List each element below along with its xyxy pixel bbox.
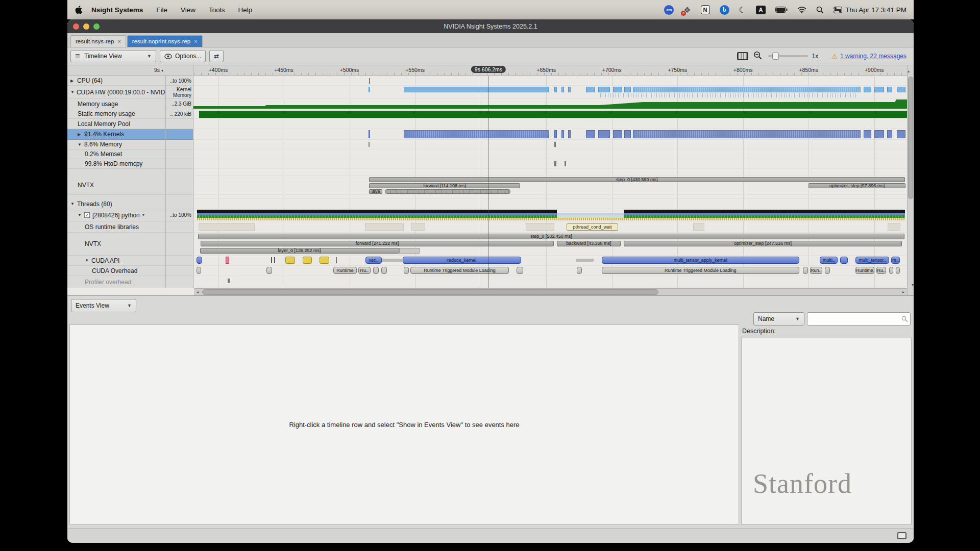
events-empty-area[interactable]: Right-click a timeline row and select "S… <box>69 324 739 524</box>
swap-rows-button[interactable]: ⇄ <box>209 50 224 62</box>
zoom-slider[interactable] <box>768 55 808 57</box>
row-checkbox[interactable]: ✓ <box>84 212 90 218</box>
battery-icon[interactable] <box>775 7 788 13</box>
row-label-threads[interactable]: ▼Threads (80) <box>67 199 166 209</box>
row-track-spacer2[interactable] <box>193 195 907 199</box>
timeline-bar[interactable]: optimizer_step [247.516 ms] <box>624 241 902 246</box>
timeline-bar[interactable]: optimizer_step [97.896 ms] <box>808 183 905 188</box>
dark-mode-moon-icon[interactable]: ☾ <box>739 5 746 15</box>
row-label-htod-memcpy[interactable]: 99.8% HtoD memcpy <box>67 159 166 169</box>
row-label-os-runtime[interactable]: OS runtime libraries <box>67 221 166 233</box>
apple-menu-icon[interactable] <box>75 6 82 14</box>
zoom-slider-thumb[interactable] <box>772 53 779 60</box>
timeline-bar[interactable]: step_0 [532.450 ms] <box>198 234 904 239</box>
timeline-bar[interactable]: Ru.. <box>876 267 887 274</box>
row-label-cuda-hw[interactable]: ▼CUDA HW (0000:19:00.0 - NVIDI <box>67 86 166 99</box>
minimap-icon[interactable] <box>737 52 748 60</box>
display-icon[interactable] <box>897 532 906 539</box>
timeline-bar[interactable]: multi_tensor.. <box>855 257 889 264</box>
expander-icon[interactable]: ▼ <box>85 258 89 263</box>
control-center-icon[interactable] <box>834 7 842 13</box>
row-track-cpu[interactable] <box>193 76 907 86</box>
row-track-profiler-overhead[interactable] <box>193 276 907 288</box>
ruler-track[interactable]: +400ms+450ms+500ms+550ms+650ms+700ms+750… <box>194 65 907 75</box>
row-track-spacer1[interactable] <box>193 169 907 176</box>
menu-app-name[interactable]: Nsight Systems <box>91 6 143 14</box>
menu-view[interactable]: View <box>181 6 195 14</box>
scroll-down-arrow[interactable]: ▾ <box>910 282 914 288</box>
tab-close-icon[interactable]: × <box>117 38 120 44</box>
timeline-bar[interactable]: step_0 [430.550 ms] <box>369 177 905 182</box>
tab-result-noprint[interactable]: result-noprint.nsys-rep × <box>127 35 203 47</box>
row-track-local-memory-pool[interactable] <box>193 119 907 129</box>
expander-icon[interactable]: ▶ <box>78 132 82 137</box>
timeline-bar[interactable]: laye <box>369 189 383 194</box>
row-track-memory-usage[interactable] <box>193 99 907 109</box>
row-label-cpu[interactable]: ▶CPU (64) <box>67 76 166 86</box>
zoom-app-icon[interactable]: zm <box>664 5 674 15</box>
row-label-local-memory-pool[interactable]: Local Memory Pool <box>67 119 166 129</box>
events-search-input[interactable] <box>807 315 901 322</box>
row-track-memset[interactable] <box>193 149 907 159</box>
beats-icon[interactable]: b <box>720 5 729 15</box>
row-label-nvtx-gpu[interactable]: NVTX <box>67 176 166 195</box>
timeline-bar[interactable]: backward [43.358 ms] <box>557 241 621 246</box>
row-track-os-runtime[interactable]: pthread_cond_wait <box>193 221 907 233</box>
tab-close-icon[interactable]: × <box>194 38 197 44</box>
messages-link[interactable]: 1 warning, 22 messages <box>840 53 906 60</box>
wifi-icon[interactable] <box>797 7 806 13</box>
input-source-icon[interactable]: A <box>756 6 766 14</box>
spotlight-icon[interactable] <box>816 6 824 14</box>
scroll-left-arrow[interactable]: ◂ <box>194 289 201 295</box>
notion-icon[interactable]: N <box>701 5 710 14</box>
expander-icon[interactable]: ▼ <box>78 142 82 147</box>
row-label-profiler-overhead[interactable]: Profiler overhead <box>67 276 166 288</box>
view-selector-dropdown[interactable]: ☰ Timeline View ▼ <box>70 50 156 62</box>
tab-result[interactable]: result.nsys-rep × <box>70 35 126 47</box>
row-label-memset[interactable]: 0.2% Memset <box>67 149 166 159</box>
timeline-bar[interactable]: m.. <box>891 257 900 264</box>
row-track-static-memory-usage[interactable] <box>193 109 907 119</box>
timeline-bar[interactable]: multi_tensor_apply_kernel <box>602 257 799 264</box>
row-track-cuda-api[interactable]: vec..reduce_kernelmulti_tensor_apply_ker… <box>193 256 907 266</box>
events-view-selector[interactable]: Events View ▼ <box>71 299 136 312</box>
timeline-bar[interactable]: Runtime <box>333 267 357 274</box>
horizontal-scrollbar[interactable]: ◂ ▸ <box>194 288 907 295</box>
row-label-cuda-api[interactable]: ▼CUDA API <box>67 256 166 266</box>
row-track-htod-memcpy[interactable] <box>193 159 907 169</box>
timeline-bar[interactable]: layer_0 [136.252 ms] <box>200 248 399 254</box>
row-track-cuda-overhead[interactable]: RuntimeRu..Runtime Triggered Module Load… <box>193 266 907 276</box>
timeline-bar[interactable]: Ru.. <box>358 267 371 274</box>
horizontal-scroll-thumb[interactable] <box>202 289 658 295</box>
row-label-python-thread[interactable]: ▼✓[2808426] python▾ <box>67 209 166 221</box>
row-track-memory-pct[interactable] <box>193 140 907 149</box>
zoom-out-icon[interactable] <box>753 51 762 61</box>
row-label-nvtx-thread[interactable]: NVTX <box>67 233 166 256</box>
expander-icon[interactable]: ▼ <box>70 90 75 94</box>
row-label-kernels[interactable]: ▶91.4% Kernels <box>67 129 166 140</box>
timeline-bar[interactable]: Run.. <box>810 267 822 274</box>
ruler-origin-label[interactable]: 9s ▾ <box>154 67 163 73</box>
row-track-python-thread[interactable] <box>193 209 907 221</box>
timeline-bar[interactable]: forward [114.108 ms] <box>369 183 520 188</box>
menubar-clock[interactable]: Thu Apr 17 3:41 PM <box>845 6 906 14</box>
expander-icon[interactable]: ▶ <box>70 79 75 83</box>
row-track-nvtx-gpu[interactable]: step_0 [430.550 ms]forward [114.108 ms]o… <box>193 176 907 195</box>
vertical-scrollbar[interactable]: ▴ ▾ <box>907 65 914 295</box>
scroll-up-arrow[interactable]: ▴ <box>908 69 910 73</box>
row-label-memory-usage[interactable]: Memory usage <box>67 99 166 109</box>
timeline-bar[interactable]: Runtime Triggered Module Loading <box>602 267 799 274</box>
menu-help[interactable]: Help <box>238 6 253 14</box>
row-label-memory-pct[interactable]: ▼8.6% Memory <box>67 140 166 149</box>
row-track-threads[interactable] <box>193 199 907 209</box>
row-label-static-memory-usage[interactable]: Static memory usage <box>67 109 166 119</box>
app-switcher-icon[interactable]: ❖6 <box>683 5 691 15</box>
row-track-nvtx-thread[interactable]: step_0 [532.450 ms]forward [241.222 ms]b… <box>193 233 907 256</box>
timeline-bar[interactable]: multi.. <box>820 257 838 264</box>
timeline-bar[interactable]: pthread_cond_wait <box>567 223 618 231</box>
vertical-scroll-thumb[interactable] <box>908 77 913 199</box>
scroll-right-arrow[interactable]: ▸ <box>900 289 907 295</box>
menu-tools[interactable]: Tools <box>209 6 225 14</box>
expander-icon[interactable]: ▼ <box>78 213 82 217</box>
timeline-bar[interactable]: forward [241.222 ms] <box>201 241 554 246</box>
